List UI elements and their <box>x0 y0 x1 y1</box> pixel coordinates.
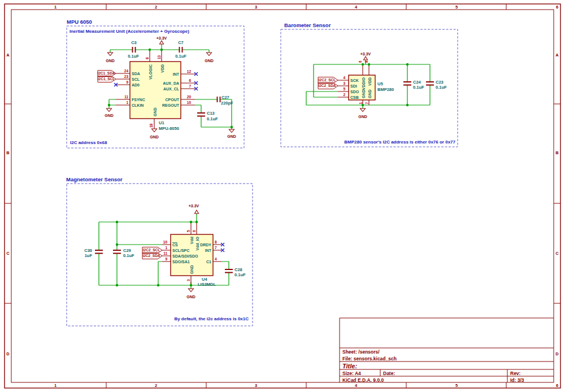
capacitor-ref[interactable]: C23 <box>436 80 444 85</box>
schematic-canvas[interactable]: 1 2 3 4 5 6 1 2 3 4 5 6 A B C D A B C D … <box>0 0 565 392</box>
pin-name: Vdd_IO <box>195 236 199 250</box>
frame-row-label: B <box>6 150 10 155</box>
hier-label-i2c2-scl[interactable]: I2C2_SCL <box>142 247 162 254</box>
capacitor-ref[interactable]: C13 <box>207 111 215 116</box>
pin-name: AD0 <box>132 83 140 87</box>
component-ref[interactable]: U5 <box>377 81 383 86</box>
pin-number: 8 <box>145 57 149 59</box>
power-33v-symbol[interactable] <box>160 41 164 44</box>
pin-name: FSYNC <box>132 98 145 102</box>
pin-name: SDI <box>350 84 357 88</box>
pin-name: VLOGIC <box>149 64 153 80</box>
power-33v-label[interactable]: +3.3V <box>157 36 167 40</box>
hier-label-i2c1-sda[interactable]: I2C1_SDA <box>97 71 116 77</box>
capacitor-value[interactable]: 0.1uF <box>175 54 186 59</box>
pin-number: 10 <box>187 101 192 104</box>
section-header[interactable]: Barometer Sensor <box>284 22 331 28</box>
hier-label-i2c2-sda[interactable]: I2C2_SDA <box>142 253 162 259</box>
capacitor-value[interactable]: 0.1uF <box>123 253 134 258</box>
frame-col-label: 1 <box>54 5 56 10</box>
pin-number: 6 <box>358 60 362 63</box>
frame-col-label: 3 <box>255 383 257 388</box>
capacitor-value[interactable]: 1uF <box>85 253 93 258</box>
pin-number: 8 <box>215 240 217 244</box>
gnd-label[interactable]: GND <box>186 295 195 299</box>
power-33v-symbol[interactable] <box>364 56 368 60</box>
pin-name: SDA <box>132 72 140 76</box>
gnd-symbol[interactable] <box>360 108 366 112</box>
gnd-label[interactable]: GND <box>358 115 367 119</box>
component-u1-mpu6050[interactable]: U1 MPU-6050 24 23 9 11 1 SDA SCL AD0 FSY… <box>124 55 192 131</box>
pin-name: SCK <box>350 79 359 82</box>
junction-dot <box>160 49 163 51</box>
gnd-label[interactable]: GND <box>227 134 236 138</box>
hier-label-text[interactable]: I2C2_SCL <box>143 248 160 252</box>
capacitor-ref[interactable]: C24 <box>413 80 421 85</box>
section-header[interactable]: MPU 6050 <box>67 19 92 25</box>
component-ref[interactable]: U1 <box>159 120 164 125</box>
hier-label-i2c1-scl[interactable]: I2C1_SCL <box>98 76 116 82</box>
component-value[interactable]: MPU-6050 <box>159 126 179 131</box>
gnd-label[interactable]: GND <box>105 114 114 117</box>
section-barometer: Barometer Sensor BMP280 sensor's I2C add… <box>281 22 458 147</box>
power-33v-label[interactable]: +3.3V <box>189 204 199 208</box>
power-33v-symbol[interactable] <box>195 210 199 214</box>
pin-number: 5 <box>343 87 345 91</box>
gnd-label[interactable]: GND <box>106 59 115 63</box>
capacitor-ref[interactable]: C3 <box>131 40 137 45</box>
capacitor-value[interactable]: 220pF <box>221 101 233 106</box>
pin-number: 3 <box>186 279 190 281</box>
capacitor-value[interactable]: 0.1uF <box>413 85 424 90</box>
junction-dot <box>406 104 408 106</box>
pin-name: INT <box>173 72 180 76</box>
frame-outer-border <box>5 4 560 388</box>
component-ref[interactable]: U4 <box>202 277 207 282</box>
pin-name: CPOUT <box>166 98 180 102</box>
section-subtitle[interactable]: Inertial Measurement Unit (Accelerometer… <box>69 29 189 34</box>
frame-col-label: 2 <box>155 383 157 388</box>
hier-label-i2c2-scl[interactable]: I2C2_SCL <box>318 77 338 84</box>
section-note[interactable]: I2C address 0x68 <box>70 140 107 145</box>
gnd-label[interactable]: GND <box>150 135 159 139</box>
gnd-label[interactable]: GND <box>205 59 214 63</box>
junction-dot <box>116 221 118 223</box>
frame-col-label: 6 <box>556 383 558 388</box>
component-value[interactable]: BMP280 <box>377 87 394 92</box>
section-note[interactable]: BMP280 sensor's I2C address is either 0x… <box>344 140 455 145</box>
pin-number: 1 <box>126 101 128 104</box>
hier-label-text[interactable]: I2C2_SDA <box>318 84 336 88</box>
capacitor-ref[interactable]: C7 <box>178 40 184 45</box>
capacitor-ref[interactable]: C28 <box>234 267 242 272</box>
pin-name: GND <box>190 265 194 274</box>
component-value[interactable]: LIS3MDL <box>198 282 216 287</box>
capacitor-ref[interactable]: C27 <box>221 95 229 100</box>
capacitor-ref[interactable]: C29 <box>123 248 131 253</box>
pin-name: GND <box>362 89 366 98</box>
hier-label-text[interactable]: I2C1_SDA <box>97 71 115 75</box>
gnd-symbol[interactable] <box>189 289 194 292</box>
section-header[interactable]: Magnetometer Sensor <box>66 176 123 182</box>
hier-label-text[interactable]: I2C2_SDA <box>142 254 160 258</box>
component-u5-bmp280[interactable]: U5 BMP280 4 3 5 2 SCK SDI SDO CSB 6 8 VD… <box>343 60 394 104</box>
capacitor-value[interactable]: 0.1uF <box>234 272 246 277</box>
frame-col-label: 5 <box>455 383 458 388</box>
section-note[interactable]: By default, the i2c address is 0x1C <box>174 316 249 321</box>
gnd-symbol[interactable] <box>152 129 157 132</box>
power-33v-label[interactable]: +3.3V <box>360 52 371 56</box>
gnd-symbol[interactable] <box>229 129 234 133</box>
component-u4-lis3mdl[interactable]: U4 LIS3MDL 10 1 11 9 CS SCL/SPC SDA/SDI/… <box>163 230 217 287</box>
hier-label-text[interactable]: I2C2_SCL <box>319 78 336 82</box>
capacitor-value[interactable]: 0.1uF <box>207 116 218 121</box>
capacitor-value[interactable]: 0.1uF <box>128 54 139 59</box>
hier-label-text[interactable]: I2C1_SCL <box>98 77 115 81</box>
pin-name: VDD <box>368 77 372 86</box>
gnd-symbol[interactable] <box>108 53 113 56</box>
hier-label-i2c2-sda[interactable]: I2C2_SDA <box>318 83 338 89</box>
title-block-title: Title: <box>342 363 357 369</box>
junction-dot <box>116 243 118 246</box>
gnd-symbol[interactable] <box>107 108 112 112</box>
gnd-symbol[interactable] <box>207 53 212 56</box>
pin-number: 11 <box>124 95 128 99</box>
capacitor-ref[interactable]: C30 <box>84 248 92 253</box>
capacitor-value[interactable]: 0.1uF <box>436 85 447 90</box>
